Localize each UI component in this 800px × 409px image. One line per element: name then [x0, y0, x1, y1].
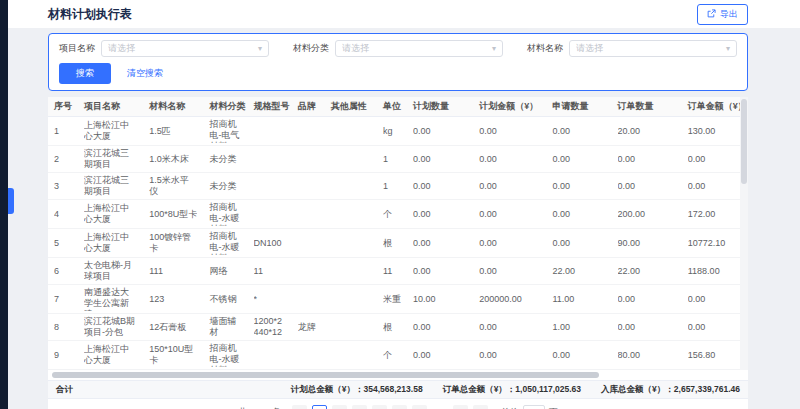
- summary-totals: 计划总金额（¥）：354,568,213.58 订单总金额（¥）：1,050,1…: [291, 384, 740, 396]
- inbound-total-label: 入库总金额（¥）：: [601, 384, 674, 394]
- cell-order-qty: 0.00: [612, 285, 682, 314]
- export-button[interactable]: 导出: [697, 4, 748, 25]
- order-total-value: 1,050,117,025.63: [515, 384, 581, 394]
- page-title: 材料计划执行表: [48, 6, 132, 23]
- chevron-down-icon: ▾: [492, 45, 496, 53]
- planned-total: 计划总金额（¥）：354,568,213.58: [291, 384, 423, 396]
- cell-category: 招商机电-水暖材料: [203, 341, 247, 370]
- material-category-select[interactable]: 请选择 ▾: [335, 40, 503, 57]
- cell-unit: 个: [377, 341, 407, 370]
- column-header-project: 项目名称: [78, 97, 143, 117]
- cell-brand: [292, 229, 325, 258]
- cell-applied-qty: 0.00: [546, 146, 611, 173]
- cell-brand: [292, 285, 325, 314]
- column-header-other: 其他属性: [325, 97, 377, 117]
- cell-category: 未分类: [203, 173, 247, 200]
- cell-project: 滨江花城三期项目: [78, 173, 143, 200]
- clear-search-button[interactable]: 清空搜索: [127, 67, 163, 80]
- page-button-3[interactable]: 3: [352, 405, 367, 409]
- page-button-2[interactable]: 2: [332, 405, 347, 409]
- material-name-select[interactable]: 请选择 ▾: [569, 40, 737, 57]
- table-row: 7南通盛达大学生公寓新建123不锈钢*米重10.00200000.0011.00…: [48, 285, 740, 314]
- page-button-1[interactable]: 1: [312, 405, 327, 409]
- sidebar-expand-handle[interactable]: [8, 188, 14, 214]
- cell-planned-amount: 0.00: [473, 146, 546, 173]
- cell-order-qty: 80.00: [612, 341, 682, 370]
- cell-applied-qty: 0.00: [546, 117, 611, 146]
- cell-index: 9: [48, 341, 78, 370]
- summary-row: 合计 计划总金额（¥）：354,568,213.58 订单总金额（¥）：1,05…: [48, 380, 748, 399]
- page-button-6[interactable]: 6: [412, 405, 427, 409]
- table-row: 2滨江花城三期项目1.0米木床未分类10.000.000.000.000.00: [48, 146, 740, 173]
- table-row: 3滨江花城三期项目1.5米水平仪未分类10.000.000.000.000.00: [48, 173, 740, 200]
- prev-page-button[interactable]: ‹: [292, 405, 307, 409]
- cell-index: 6: [48, 258, 78, 285]
- export-icon: [707, 9, 716, 20]
- table-row: 9上海松江中心大厦150*10U型卡招商机电-水暖材料个0.000.000.00…: [48, 341, 740, 370]
- cell-brand: [292, 146, 325, 173]
- cell-material: 100*8U型卡: [143, 200, 203, 229]
- page-button-4[interactable]: 4: [372, 405, 387, 409]
- cell-project: 滨江花城B期项目-分包: [78, 314, 143, 341]
- cell-spec: [248, 117, 292, 146]
- filter-group-project: 项目名称 请选择 ▾: [59, 40, 269, 57]
- collapsed-sidebar: [0, 0, 8, 409]
- cell-brand: [292, 200, 325, 229]
- table-panel: 序号项目名称材料名称材料分类规格型号品牌其他属性单位计划数量计划金额（¥）申请数…: [48, 97, 748, 409]
- filter-actions: 搜索 清空搜索: [59, 63, 737, 84]
- cell-applied-qty: 1.00: [546, 314, 611, 341]
- cell-project: 上海松江中心大厦: [78, 117, 143, 146]
- vertical-scrollbar-thumb[interactable]: [741, 99, 747, 184]
- order-total: 订单总金额（¥）：1,050,117,025.63: [443, 384, 581, 396]
- cell-brand: [292, 258, 325, 285]
- table-row: 1上海松江中心大厦1.5匹招商机电-电气材料kg0.000.000.0020.0…: [48, 117, 740, 146]
- horizontal-scrollbar-thumb[interactable]: [52, 372, 599, 378]
- vertical-scrollbar[interactable]: [740, 97, 748, 370]
- cell-planned-amount: 0.00: [473, 173, 546, 200]
- horizontal-scrollbar[interactable]: [52, 371, 744, 379]
- cell-order-qty: 0.00: [612, 314, 682, 341]
- table-area: 序号项目名称材料名称材料分类规格型号品牌其他属性单位计划数量计划金额（¥）申请数…: [48, 97, 748, 370]
- cell-other: [325, 229, 377, 258]
- search-button[interactable]: 搜索: [59, 63, 111, 84]
- page-button-5[interactable]: 5: [392, 405, 407, 409]
- cell-planned-amount: 0.00: [473, 229, 546, 258]
- cell-planned-qty: 0.00: [407, 200, 473, 229]
- cell-category: 未分类: [203, 146, 247, 173]
- cell-unit: 11: [377, 258, 407, 285]
- column-header-brand: 品牌: [292, 97, 325, 117]
- export-button-label: 导出: [720, 8, 738, 21]
- cell-project: 上海松江中心大厦: [78, 229, 143, 258]
- project-name-placeholder: 请选择: [108, 42, 258, 55]
- cell-brand: 龙牌: [292, 314, 325, 341]
- next-page-button[interactable]: ›: [473, 405, 488, 409]
- cell-planned-qty: 0.00: [407, 229, 473, 258]
- cell-unit: kg: [377, 117, 407, 146]
- cell-brand: [292, 173, 325, 200]
- cell-order-amount: 10772.10: [682, 229, 740, 258]
- cell-category: 招商机电-水暖材料: [203, 229, 247, 258]
- cell-spec: DN100: [248, 229, 292, 258]
- filter-group-category: 材料分类 请选择 ▾: [293, 40, 503, 57]
- cell-spec: [248, 146, 292, 173]
- cell-other: [325, 258, 377, 285]
- order-total-label: 订单总金额（¥）：: [443, 384, 516, 394]
- page-button-84[interactable]: 84: [453, 405, 468, 409]
- column-header-order-amount: 订单金额（¥）: [682, 97, 740, 117]
- page-jumper: 前往 页: [501, 405, 558, 409]
- cell-index: 3: [48, 173, 78, 200]
- cell-planned-amount: 0.00: [473, 314, 546, 341]
- project-name-select[interactable]: 请选择 ▾: [101, 40, 269, 57]
- cell-project: 太仓电梯-月球项目: [78, 258, 143, 285]
- cell-applied-qty: 22.00: [546, 258, 611, 285]
- cell-category: 网络: [203, 258, 247, 285]
- cell-planned-amount: 0.00: [473, 200, 546, 229]
- cell-order-qty: 20.00: [612, 117, 682, 146]
- table-row: 5上海松江中心大厦100镀锌管卡招商机电-水暖材料DN100根0.000.000…: [48, 229, 740, 258]
- cell-order-amount: 156.80: [682, 341, 740, 370]
- cell-spec: [248, 200, 292, 229]
- cell-category: 墙面辅材: [203, 314, 247, 341]
- goto-page-input[interactable]: [523, 405, 545, 409]
- column-header-applied-qty: 申请数量: [546, 97, 611, 117]
- cell-material: 12石膏板: [143, 314, 203, 341]
